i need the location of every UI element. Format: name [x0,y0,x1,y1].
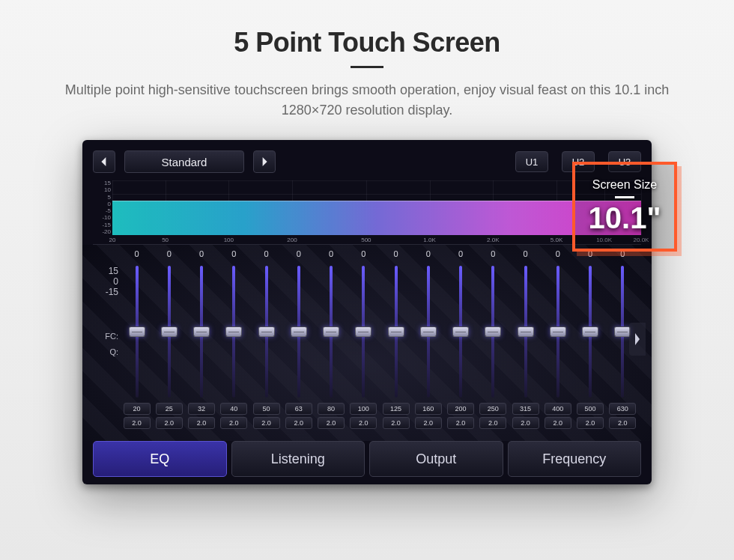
slider-thumb[interactable] [452,326,469,337]
slider-thumb[interactable] [582,326,598,337]
eq-band-315: 03152.0 [510,249,541,429]
chevron-right-icon [634,333,641,345]
x-tick: 50 [162,237,169,243]
slider-thumb[interactable] [323,326,339,337]
tab-frequency[interactable]: Frequency [508,441,642,477]
tab-listening[interactable]: Listening [231,441,366,477]
spectrum-y-ticks: 151050-5-10-15-20 [93,180,111,235]
band-q[interactable]: 2.0 [609,417,636,429]
badge-label: Screen Size [592,178,657,192]
chevron-left-icon [100,157,109,166]
band-q[interactable]: 2.0 [253,417,280,429]
eq-band-400: 04002.0 [542,249,573,429]
band-q[interactable]: 2.0 [545,417,571,429]
band-slider[interactable] [297,266,300,398]
x-tick: 5.0K [550,237,562,243]
band-slider[interactable] [362,266,365,398]
slider-thumb[interactable] [161,326,178,337]
band-fc[interactable]: 20 [124,403,151,415]
band-fc[interactable]: 80 [318,403,345,415]
band-slider[interactable] [621,266,624,398]
chevron-right-icon [260,157,269,166]
band-q[interactable]: 2.0 [188,417,215,429]
band-slider[interactable] [232,266,235,398]
slider-thumb[interactable] [258,326,275,337]
eq-band-32: 0322.0 [186,249,217,429]
band-q[interactable]: 2.0 [447,417,474,429]
title-underline [351,66,383,68]
preset-prev-button[interactable] [93,150,115,173]
band-fc[interactable]: 160 [415,403,442,415]
band-gain: 0 [426,249,431,263]
slider-thumb[interactable] [518,326,534,337]
band-q[interactable]: 2.0 [577,417,604,429]
x-tick: 100 [224,237,234,243]
band-gain: 0 [264,249,269,263]
band-gain: 0 [167,249,172,263]
band-gain: 0 [556,249,560,263]
band-slider[interactable] [265,266,268,398]
band-fc[interactable]: 25 [156,403,183,415]
band-q[interactable]: 2.0 [512,417,539,429]
band-slider[interactable] [491,266,494,398]
slider-thumb[interactable] [291,326,307,337]
band-fc[interactable]: 32 [188,403,215,415]
band-slider[interactable] [459,266,462,398]
slider-thumb[interactable] [550,326,566,337]
band-slider[interactable] [556,266,559,398]
band-fc[interactable]: 630 [609,403,636,415]
band-slider[interactable] [524,266,527,398]
band-fc[interactable]: 400 [545,403,571,415]
slider-thumb[interactable] [388,326,404,337]
q-row-label: Q: [93,346,118,358]
band-q[interactable]: 2.0 [318,417,345,429]
band-fc[interactable]: 315 [512,403,539,415]
eq-band-40: 0402.0 [219,249,249,429]
slider-thumb[interactable] [355,326,371,337]
slider-thumb[interactable] [420,326,437,337]
slider-thumb[interactable] [485,326,501,337]
scale-mid: 0 [93,276,118,287]
preset-next-button[interactable] [253,150,276,173]
band-q[interactable]: 2.0 [383,417,410,429]
y-tick: 0 [93,201,111,207]
band-q[interactable]: 2.0 [156,417,183,429]
page-title: 5 Point Touch Screen [0,0,734,58]
band-q[interactable]: 2.0 [124,417,151,429]
band-slider[interactable] [200,266,203,398]
band-q[interactable]: 2.0 [479,417,506,429]
x-tick: 500 [361,237,371,243]
y-tick: 5 [93,195,111,201]
band-fc[interactable]: 500 [577,403,604,415]
band-q[interactable]: 2.0 [350,417,377,429]
band-slider[interactable] [136,266,139,398]
band-slider[interactable] [330,266,333,398]
slider-thumb[interactable] [129,326,145,337]
tab-eq[interactable]: EQ [93,441,227,477]
band-fc[interactable]: 200 [447,403,474,415]
band-fc[interactable]: 125 [383,403,410,415]
band-fc[interactable]: 250 [479,403,506,415]
slider-thumb[interactable] [193,326,210,337]
band-fc[interactable]: 100 [350,403,377,415]
user-preset-1-button[interactable]: U1 [515,151,548,172]
eq-band-50: 0502.0 [251,249,282,429]
band-q[interactable]: 2.0 [220,417,247,429]
band-q[interactable]: 2.0 [285,417,312,429]
band-slider[interactable] [395,266,398,398]
eq-band-200: 02002.0 [446,249,476,429]
band-slider[interactable] [427,266,430,398]
tab-output[interactable]: Output [369,441,503,477]
band-fc[interactable]: 63 [285,403,312,415]
more-bands-button[interactable] [629,323,646,356]
spectrum-fill [112,201,641,235]
preset-display[interactable]: Standard [124,150,244,173]
slider-thumb[interactable] [225,326,242,337]
band-fc[interactable]: 50 [253,403,280,415]
scale-top: 15 [93,266,118,276]
band-fc[interactable]: 40 [220,403,247,415]
eq-band-80: 0802.0 [316,249,347,429]
band-slider[interactable] [168,266,171,398]
band-q[interactable]: 2.0 [415,417,442,429]
band-slider[interactable] [589,266,592,398]
